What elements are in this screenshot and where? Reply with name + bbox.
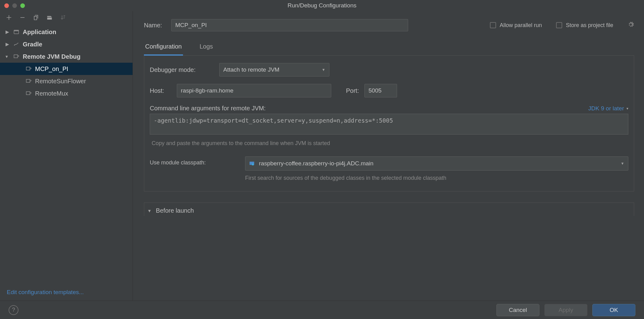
store-project-label: Store as project file bbox=[566, 22, 613, 29]
module-classpath-value: raspberry-coffee.raspberry-io-pi4j.ADC.m… bbox=[259, 160, 373, 167]
titlebar: Run/Debug Configurations bbox=[0, 0, 644, 11]
chevron-right-icon: ▶ bbox=[6, 41, 10, 47]
chevron-down-icon: ▾ bbox=[626, 106, 628, 111]
port-label: Port: bbox=[346, 87, 359, 94]
before-launch-label: Before launch bbox=[156, 207, 194, 214]
tree-item-remote-mux[interactable]: RemoteMux bbox=[0, 87, 133, 100]
remote-debug-icon bbox=[13, 53, 20, 60]
checkbox-icon bbox=[490, 22, 496, 28]
ok-button[interactable]: OK bbox=[592, 304, 635, 316]
store-as-project-checkbox[interactable]: Store as project file bbox=[556, 22, 613, 29]
module-classpath-select[interactable]: raspberry-coffee.raspberry-io-pi4j.ADC.m… bbox=[245, 156, 628, 171]
application-icon bbox=[13, 29, 20, 35]
help-button[interactable]: ? bbox=[9, 305, 18, 315]
tree-label: Remote JVM Debug bbox=[23, 53, 81, 60]
save-config-icon[interactable] bbox=[46, 14, 53, 21]
tab-logs[interactable]: Logs bbox=[198, 40, 214, 55]
port-input[interactable] bbox=[364, 84, 397, 97]
debugger-mode-label: Debugger mode: bbox=[150, 66, 214, 73]
allow-parallel-label: Allow parallel run bbox=[500, 22, 542, 29]
host-input[interactable] bbox=[177, 84, 331, 97]
chevron-down-icon: ▼ bbox=[322, 68, 325, 72]
tree-item-gradle[interactable]: ▶ Gradle bbox=[0, 38, 133, 50]
svg-rect-7 bbox=[252, 163, 254, 165]
svg-rect-1 bbox=[14, 30, 19, 31]
tree-item-remote-sunflower[interactable]: RemoteSunFlower bbox=[0, 75, 133, 87]
maximize-window-button[interactable] bbox=[20, 3, 25, 8]
tree-item-remote-jvm[interactable]: ▾ Remote JVM Debug bbox=[0, 50, 133, 63]
footer: ? Cancel Apply OK bbox=[0, 301, 644, 319]
tree-label: Application bbox=[23, 29, 56, 36]
add-config-icon[interactable] bbox=[6, 14, 12, 21]
chevron-down-icon: ▼ bbox=[621, 161, 624, 166]
remote-debug-icon bbox=[25, 78, 32, 85]
debugger-mode-select[interactable]: Attach to remote JVM ▼ bbox=[219, 63, 329, 77]
tab-configuration[interactable]: Configuration bbox=[144, 40, 183, 56]
sidebar: ▶ Application ▶ Gradle ▾ Remote JVM Debu… bbox=[0, 11, 133, 301]
name-input[interactable] bbox=[171, 19, 408, 31]
svg-rect-5 bbox=[26, 92, 30, 95]
before-launch-section[interactable]: ▼ Before launch bbox=[144, 203, 634, 216]
cmd-args-hint: Copy and paste the arguments to the comm… bbox=[150, 140, 628, 147]
apply-button[interactable]: Apply bbox=[544, 304, 587, 316]
chevron-down-icon: ▾ bbox=[6, 54, 10, 59]
remove-config-icon[interactable] bbox=[19, 14, 26, 21]
svg-rect-4 bbox=[26, 79, 30, 82]
config-tree: ▶ Application ▶ Gradle ▾ Remote JVM Debu… bbox=[0, 24, 133, 284]
window-title: Run/Debug Configurations bbox=[0, 2, 644, 9]
jdk-version-select[interactable]: JDK 9 or later ▾ bbox=[588, 105, 628, 112]
tree-label: RemoteMux bbox=[35, 90, 68, 97]
window-controls bbox=[0, 3, 25, 8]
svg-rect-3 bbox=[26, 67, 30, 70]
host-label: Host: bbox=[150, 87, 171, 94]
sidebar-toolbar bbox=[0, 11, 133, 24]
cancel-button[interactable]: Cancel bbox=[496, 304, 539, 316]
module-classpath-label: Use module classpath: bbox=[150, 156, 236, 166]
remote-debug-icon bbox=[25, 90, 32, 97]
close-window-button[interactable] bbox=[4, 3, 9, 8]
chevron-right-icon: ▶ bbox=[6, 29, 10, 35]
configuration-panel: Debugger mode: Attach to remote JVM ▼ Ho… bbox=[144, 56, 634, 191]
jdk-version-label: JDK 9 or later bbox=[588, 105, 624, 112]
tree-item-application[interactable]: ▶ Application bbox=[0, 26, 133, 38]
remote-debug-icon bbox=[25, 65, 32, 72]
edit-templates-link[interactable]: Edit configuration templates... bbox=[0, 284, 133, 301]
content-panel: Name: Allow parallel run Store as projec… bbox=[133, 11, 644, 301]
allow-parallel-checkbox[interactable]: Allow parallel run bbox=[490, 22, 542, 29]
tabs: Configuration Logs bbox=[144, 40, 634, 56]
cmd-args-field[interactable]: -agentlib:jdwp=transport=dt_socket,serve… bbox=[150, 114, 628, 135]
tree-label: MCP_on_PI bbox=[35, 65, 68, 73]
cmd-args-label: Command line arguments for remote JVM: bbox=[150, 105, 266, 112]
tree-item-mcp-on-pi[interactable]: MCP_on_PI bbox=[0, 63, 133, 75]
tree-label: Gradle bbox=[23, 41, 42, 48]
chevron-down-icon: ▼ bbox=[147, 208, 152, 213]
copy-config-icon[interactable] bbox=[33, 14, 39, 21]
gradle-icon bbox=[13, 41, 20, 48]
module-classpath-hint: First search for sources of the debugged… bbox=[245, 174, 460, 182]
sort-config-icon[interactable] bbox=[60, 14, 66, 21]
minimize-window-button[interactable] bbox=[12, 3, 17, 8]
checkbox-icon bbox=[556, 22, 562, 28]
debugger-mode-value: Attach to remote JVM bbox=[223, 66, 280, 73]
name-label: Name: bbox=[144, 22, 162, 29]
gear-icon[interactable] bbox=[627, 21, 634, 30]
tree-label: RemoteSunFlower bbox=[35, 78, 86, 85]
svg-rect-2 bbox=[14, 55, 18, 58]
module-icon bbox=[249, 160, 256, 167]
